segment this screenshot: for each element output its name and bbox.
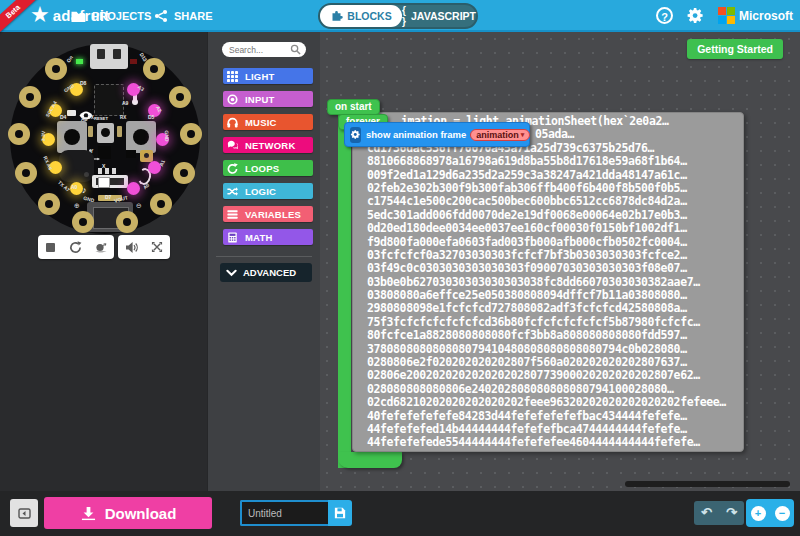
variable-dropdown[interactable]: animation▾ [470,129,530,141]
code-line: 028080808080806e240202808080808080794100… [353,383,743,396]
fullscreen-button[interactable] [146,236,168,258]
undo-button[interactable]: ↶ [694,501,719,525]
microphone [140,150,153,162]
slide-switch[interactable] [92,175,128,188]
zoom-out-button[interactable]: − [775,506,790,521]
forever-block-arm[interactable] [338,114,351,468]
tab-blocks[interactable]: BLOCKS [320,5,402,27]
pad-a3[interactable] [143,58,165,80]
toolbox-category-music[interactable]: MUSIC [223,114,313,130]
toolbox-search [222,42,306,57]
code-line: c17544c1e500c200cac500bec600bbc6512cc687… [353,195,743,208]
pad-gnd[interactable] [72,211,94,233]
toolbox-category-variables[interactable]: VARIABLES [223,206,313,222]
slow-mo-button[interactable] [90,236,112,258]
toolbox-category-advanced[interactable]: ADVANCED [220,263,312,282]
d7-label: D7 [105,194,111,200]
javascript-gray-block[interactable]: imation = light.animationSheet(hex`2e0a2… [352,112,744,452]
speaker-icon [125,241,138,254]
restart-button[interactable] [65,236,87,258]
pad-gnd[interactable] [45,58,67,80]
gear-icon[interactable] [350,127,361,143]
grid-icon [227,70,241,83]
code-line: 009f2ed1a129d6a235d2a259c3a38247a421dda4… [353,169,743,182]
zoom-controls: + − [746,499,794,527]
d4-label: D4 [60,114,66,120]
forever-block-foot[interactable] [338,452,402,468]
horizontal-scrollbar[interactable] [625,481,790,487]
pad-rx-a6[interactable] [15,162,37,184]
save-button[interactable] [328,500,352,526]
bullseye-icon [227,93,241,106]
blocks-workspace[interactable]: Getting Started on start forever imation… [320,32,800,491]
microsoft-logo: Microsoft [718,7,793,24]
pad-vout[interactable] [116,211,138,233]
music-note-icon: ♪ [82,185,87,195]
help-button[interactable]: ? [656,7,673,24]
pad-scl-a4[interactable] [19,86,41,108]
pad-a0[interactable] [150,193,172,215]
on-start-block[interactable]: on start [327,99,380,115]
category-label: LOOPS [245,163,279,174]
pad-a1[interactable] [173,162,195,184]
button-b[interactable] [126,121,156,153]
projects-button[interactable]: PROJECTS [62,0,159,32]
d8-label: D8 [80,80,86,86]
button-a[interactable] [57,121,87,153]
toolbox-category-logic[interactable]: LOGIC [223,183,313,199]
code-line: 378080808080808079410480808080808080794c… [353,343,743,356]
share-label: SHARE [174,10,213,22]
component-chip [126,150,136,158]
share-button[interactable]: SHARE [146,0,221,32]
toolbox-category-network[interactable]: NETWORK [223,137,313,153]
dropdown-caret-icon: ▾ [521,131,525,139]
toolbox-category-input[interactable]: INPUT [223,91,313,107]
stop-button[interactable] [40,236,62,258]
toolbox-category-loops[interactable]: LOOPS [223,160,313,176]
search-input[interactable] [227,44,290,56]
zoom-in-button[interactable]: + [751,506,766,521]
puzzle-icon [330,10,343,22]
plus-mark: ⊕ [74,202,80,210]
project-name-input[interactable] [240,500,328,526]
microsoft-squares-icon [718,7,735,24]
power-led [76,59,83,64]
speaker-component [59,150,94,182]
pad-tx-a7[interactable] [38,193,60,215]
pad-label: 3.3V [40,130,47,141]
processor-chip [94,84,124,116]
redo-button[interactable]: ↷ [719,501,744,525]
tab-javascript[interactable]: { } JAVASCRIPT [402,5,476,27]
project-name-group [240,500,352,526]
code-line: 02cd68210202020202020202feee963202020202… [353,396,743,409]
variable-name: animation [476,130,519,140]
code-line: 40fefefefefefe84283d44fefefefefefbac4344… [353,410,743,423]
settings-button[interactable] [686,6,705,25]
mute-button[interactable] [120,236,142,258]
download-button[interactable]: Download [44,497,212,529]
getting-started-button[interactable]: Getting Started [687,39,783,59]
projects-label: PROJECTS [92,10,151,22]
resistor [88,126,93,137]
pad-gnd[interactable] [180,123,202,145]
toolbox-category-math[interactable]: MATH [223,229,313,245]
on-start-label: on start [335,101,372,112]
d13-led [130,59,137,64]
chat-icon [227,139,241,152]
show-animation-frame-label: show animation frame [366,129,466,140]
collapse-simulator-button[interactable] [10,499,38,527]
show-animation-frame-block[interactable]: show animation frame animation▾ [344,122,530,147]
restart-icon [69,241,82,254]
code-line: 03fcfcfcf0a32703030303fcfcf7bf3b03030303… [353,249,743,262]
reset-button[interactable] [97,123,114,143]
loop-icon [227,162,241,175]
toolbox-category-light[interactable]: LIGHT [223,68,313,84]
code-line: f9d800fa000efa0603fad003fb000afb000cfb05… [353,236,743,249]
code-line: 2980808098e1fcfcfcd727808082adf3fcfcfcd4… [353,302,743,315]
blocks-label: BLOCKS [347,10,391,22]
pad-3-3v[interactable] [8,123,30,145]
pad-a2[interactable] [169,86,191,108]
braces-icon: { } [402,5,407,27]
pad-label: A2 [155,105,163,114]
usb-connector [90,44,128,69]
